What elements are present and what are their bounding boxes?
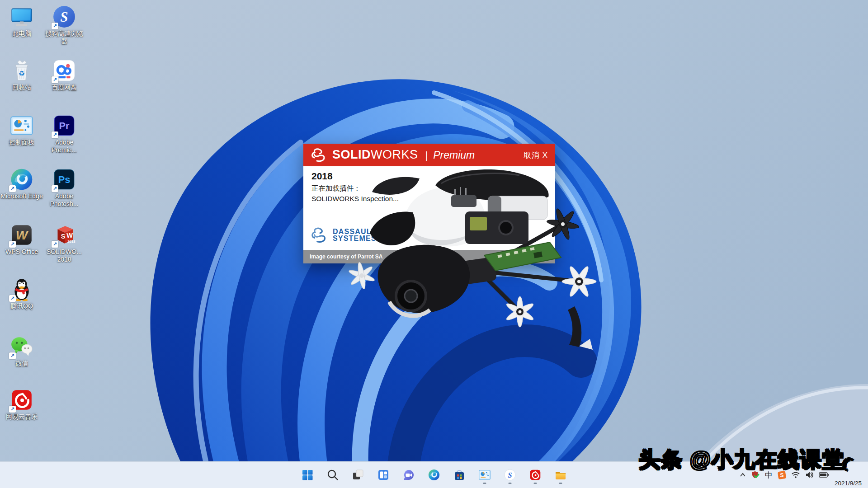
sogou-browser-button[interactable]: S (500, 465, 520, 485)
svg-text:S: S (780, 472, 783, 479)
shortcut-arrow-icon: ↗ (9, 352, 16, 359)
icon-label: Adobe Photosh... (43, 192, 85, 207)
svg-text:W: W (16, 228, 29, 242)
icon-label: Microsoft Edge (0, 192, 42, 200)
control-panel-button[interactable] (475, 465, 495, 485)
windows-start-icon (301, 469, 314, 481)
image-credit-text: Image courtesy of Parrot SA (310, 253, 382, 260)
dassault-3ds-glyph-icon (311, 148, 329, 162)
search-button[interactable] (323, 465, 343, 485)
microsoft-edge-icon (428, 469, 440, 481)
shortcut-arrow-icon: ↗ (52, 131, 58, 138)
icon-label: 此电脑 (12, 30, 31, 38)
desktop-icon-wps-office[interactable]: W ↗ WPS Office (0, 223, 43, 256)
running-indicator (483, 483, 486, 484)
widgets-icon (377, 469, 390, 481)
icon-label: 百度网盘 (52, 84, 77, 91)
desktop-icon-adobe-premiere[interactable]: Pr ↗ Adobe Premie... (42, 113, 86, 154)
brand-separator: | (425, 150, 428, 161)
start-button[interactable] (297, 465, 317, 485)
shortcut-arrow-icon: ↗ (52, 23, 58, 29)
version-label: 2018 (311, 171, 555, 182)
vendor-name: DASSAULT SYSTEMES (333, 228, 377, 242)
desktop-icon-wechat[interactable]: ↗ 微信 (0, 334, 43, 367)
desktop-icon-solidworks-2018[interactable]: S W 2018 ↗ SOLIDWO... 2018 (42, 223, 86, 263)
desktop-icon-adobe-photoshop[interactable]: Ps ↗ Adobe Photosh... (42, 167, 86, 207)
svg-text:Pr: Pr (59, 120, 70, 131)
ime-language-indicator[interactable]: 中 (765, 471, 773, 479)
desktop-icon-netease-music[interactable]: ↗ 网易云音乐 (0, 388, 43, 421)
wifi-icon[interactable] (791, 471, 800, 479)
shortcut-arrow-icon: ↗ (52, 241, 58, 248)
solidworks-logo: SOLIDWORKS | Premium (311, 148, 475, 162)
shortcut-arrow-icon: ↗ (52, 76, 58, 83)
loading-status-text: 正在加载插件： (311, 184, 555, 193)
running-indicator (534, 483, 537, 484)
icon-label: 微信 (15, 360, 28, 367)
image-credit-bar: Image courtesy of Parrot SA (303, 250, 555, 263)
this-pc-icon (9, 5, 34, 29)
desktop-icon-this-pc[interactable]: 此电脑 (0, 5, 43, 38)
brand-name: SOLIDWORKS (332, 148, 418, 162)
system-tray: 中 S (740, 462, 863, 488)
control-panel-icon (9, 113, 34, 138)
volume-icon[interactable] (805, 471, 814, 479)
svg-text:S: S (508, 471, 512, 479)
icon-label: WPS Office (5, 248, 38, 256)
icon-label: 回收站 (12, 84, 31, 91)
svg-text:Ps: Ps (58, 174, 71, 185)
tray-date: 2021/9/25 (835, 480, 862, 487)
shortcut-arrow-icon: ↗ (9, 406, 16, 413)
file-explorer-button[interactable] (551, 465, 571, 485)
chat-button[interactable] (399, 465, 419, 485)
desktop-screen: 此电脑 S ↗ 搜狗高速浏览器 ♻ 回收站 ↗ 百度网盘 (0, 0, 868, 488)
taskbar: S (0, 461, 868, 488)
sogou-ime-icon[interactable]: S (778, 471, 786, 479)
desktop-icon-control-panel[interactable]: 控制面板 (0, 113, 43, 146)
svg-text:S: S (61, 233, 66, 240)
icon-label: 搜狗高速浏览器 (43, 30, 85, 45)
task-view-icon (352, 469, 364, 481)
cancel-button[interactable]: 取消 X (524, 150, 548, 160)
security-tray-icon[interactable] (751, 470, 760, 479)
control-panel-icon (478, 469, 491, 481)
solidworks-splash-dialog: SOLIDWORKS | Premium 取消 X 2018 正在加载插件： S… (303, 144, 555, 263)
splash-body: 2018 正在加载插件： SOLIDWORKS Inspection... DA… (303, 166, 555, 250)
sogou-browser-icon: S (504, 469, 516, 481)
edge-button[interactable] (424, 465, 444, 485)
running-indicator (559, 483, 562, 484)
svg-text:W: W (66, 232, 73, 239)
icon-label: 腾讯QQ (10, 302, 33, 310)
desktop-icon-tencent-qq[interactable]: ↗ 腾讯QQ (0, 277, 43, 310)
shortcut-arrow-icon: ↗ (9, 241, 16, 248)
task-view-button[interactable] (348, 465, 368, 485)
shortcut-arrow-icon: ↗ (9, 185, 16, 192)
widgets-button[interactable] (373, 465, 393, 485)
running-indicator (509, 483, 512, 484)
taskbar-center-icons: S (297, 462, 571, 488)
battery-icon[interactable] (819, 472, 829, 478)
dassault-swoosh-icon (311, 225, 330, 244)
hidden-icons-chevron-icon[interactable] (740, 472, 746, 478)
netease-music-button[interactable] (525, 465, 545, 485)
microsoft-store-button[interactable] (449, 465, 469, 485)
teams-chat-icon (402, 469, 415, 481)
svg-text:2018: 2018 (67, 239, 75, 244)
shortcut-arrow-icon: ↗ (9, 295, 16, 302)
edition-label: Premium (433, 149, 475, 161)
splash-header: SOLIDWORKS | Premium 取消 X (303, 144, 555, 166)
svg-text:S: S (60, 9, 68, 25)
svg-text:♻: ♻ (19, 70, 25, 77)
icon-label: SOLIDWO... 2018 (43, 248, 85, 263)
tray-clock[interactable]: 2021/9/25 (834, 460, 863, 488)
shortcut-arrow-icon: ↗ (52, 185, 58, 192)
file-explorer-icon (554, 469, 567, 481)
desktop-icon-recycle-bin[interactable]: ♻ 回收站 (0, 58, 43, 91)
icon-label: Adobe Premie... (43, 139, 85, 154)
microsoft-store-icon (453, 469, 466, 481)
desktop-icon-baidu-netdisk[interactable]: ↗ 百度网盘 (42, 58, 86, 91)
desktop-icon-microsoft-edge[interactable]: ↗ Microsoft Edge (0, 167, 43, 200)
desktop-icon-sogou-browser[interactable]: S ↗ 搜狗高速浏览器 (42, 5, 86, 45)
search-icon (326, 469, 339, 481)
recycle-bin-icon: ♻ (9, 58, 34, 83)
